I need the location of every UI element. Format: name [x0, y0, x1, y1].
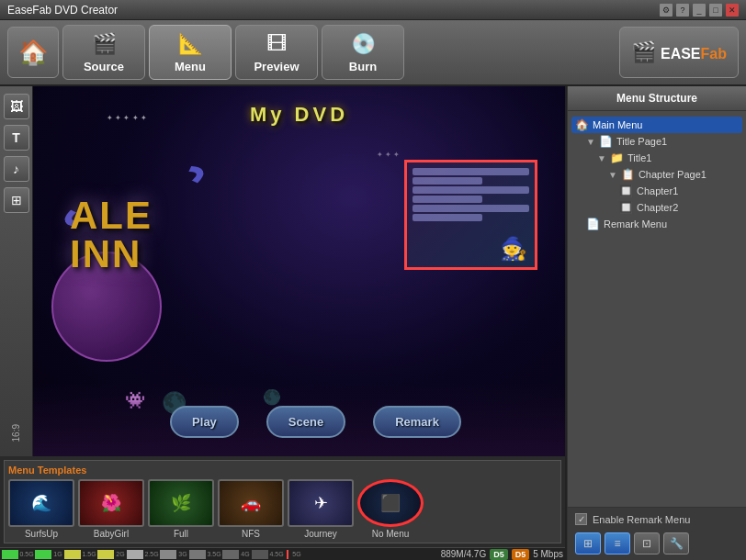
- enable-remark-row: ✓ Enable Remark Menu: [575, 513, 739, 525]
- seg-3g: [160, 550, 176, 559]
- template-surfsup[interactable]: 🌊 SurfsUp: [8, 479, 74, 539]
- remark-button[interactable]: Remark: [373, 406, 461, 438]
- burn-label: Burn: [349, 60, 377, 73]
- close-button[interactable]: ✕: [726, 4, 739, 17]
- movie-logo-text: ALEINN: [70, 196, 153, 274]
- seg-label-4g: 4G: [239, 550, 252, 559]
- template-thumb-babygirl: 🌺: [78, 479, 144, 527]
- progress-segments: 0.5G 1G 1.5G 2G 2.5G 3G 3.5G 4G 4.5G 5G: [2, 550, 441, 559]
- preview-label: Preview: [254, 60, 299, 73]
- surfsup-icon: 🌊: [31, 493, 51, 513]
- preview-button[interactable]: 🎞 Preview: [235, 25, 318, 80]
- maximize-button[interactable]: □: [709, 4, 722, 17]
- seg-0-5g: [2, 550, 18, 559]
- thumb-line6: [413, 214, 482, 221]
- chapter-page1-icon: 📋: [621, 168, 635, 181]
- thumb-line5: [413, 205, 529, 212]
- template-thumb-full: 🌿: [148, 479, 214, 527]
- template-label-babygirl: BabyGirl: [94, 529, 129, 539]
- journey-icon: ✈: [314, 493, 328, 513]
- chapter2-icon: 🔲: [619, 201, 633, 214]
- progress-indicator: [287, 550, 288, 559]
- toolbar: 🏠 🎬 Source 📐 Menu 🎞 Preview 💿 Burn 🎬 EAS…: [0, 20, 746, 86]
- template-label-nfs: NFS: [242, 529, 260, 539]
- template-label-surfsup: SurfsUp: [25, 529, 58, 539]
- seg-label-5g: 5G: [290, 550, 303, 559]
- main-area: 🖼 T ♪ ⊞ 16:9 My DVD ✦ ✦ ✦ ✦ ✦ ✦ ✦ ✦ ALEI…: [0, 86, 746, 560]
- templates-header: Menu Templates: [8, 465, 557, 476]
- seg-label-3-5g: 3.5G: [206, 550, 222, 559]
- planet-scene: My DVD ✦ ✦ ✦ ✦ ✦ ✦ ✦ ✦ ALEINN 👾 🌑 🌑: [33, 86, 565, 456]
- seg-2g: [97, 550, 114, 559]
- thumb-figure: 🧙: [500, 236, 527, 262]
- menu-structure-header: Menu Structure: [568, 86, 746, 111]
- seg-label-0-5g: 0.5G: [18, 550, 35, 559]
- tree-item-chapter-page1[interactable]: ▼ 📋 Chapter Page1: [571, 166, 742, 183]
- tree-item-chapter1[interactable]: 🔲 Chapter1: [571, 183, 742, 199]
- title-bar: EaseFab DVD Creator ⚙ ? _ □ ✕: [0, 0, 746, 20]
- chapter2-label: Chapter2: [637, 202, 739, 213]
- tree-item-remark-menu[interactable]: 📄 Remark Menu: [571, 216, 742, 232]
- settings-tool-button[interactable]: 🔧: [663, 532, 689, 554]
- menu-label: Menu: [175, 60, 206, 73]
- add-button[interactable]: ⊡: [634, 532, 660, 554]
- tree-item-title-page1[interactable]: ▼ 📄 Title Page1: [571, 133, 742, 150]
- progress-right: 889M/4.7G D5 D5 5 Mbps: [441, 549, 563, 560]
- title1-label: Title1: [627, 152, 739, 163]
- template-nomenu[interactable]: ⬛ No Menu: [357, 479, 424, 539]
- tree-item-main-menu[interactable]: 🏠 Main Menu: [571, 117, 742, 133]
- home-button[interactable]: 🏠: [7, 27, 59, 78]
- list-button[interactable]: ≡: [605, 532, 630, 554]
- image-icon[interactable]: 🖼: [4, 94, 29, 119]
- template-nfs[interactable]: 🚗 NFS: [218, 479, 284, 539]
- toggle-title1: ▼: [597, 153, 606, 163]
- title-page1-icon: 📄: [599, 135, 613, 148]
- title-bar-controls: ⚙ ? _ □ ✕: [660, 4, 739, 17]
- progress-bar: 0.5G 1G 1.5G 2G 2.5G 3G 3.5G 4G 4.5G 5G: [0, 547, 565, 560]
- title1-icon: 📁: [610, 151, 624, 164]
- template-label-nomenu: No Menu: [372, 529, 410, 539]
- right-tools-row: ⊞ ≡ ⊡ 🔧: [575, 532, 739, 554]
- seg-label-2-5g: 2.5G: [143, 550, 160, 559]
- minimize-button[interactable]: _: [693, 4, 706, 17]
- logo-ease: 🎬: [631, 40, 656, 63]
- burn-icon: 💿: [351, 32, 376, 56]
- stars: ✦ ✦ ✦ ✦ ✦: [107, 114, 147, 122]
- preview-thumbnail[interactable]: 🧙: [404, 160, 537, 270]
- tree-item-chapter2[interactable]: 🔲 Chapter2: [571, 199, 742, 216]
- logo: 🎬 EASEFab: [619, 27, 739, 78]
- seg-3-5g: [189, 550, 206, 559]
- nomenu-icon: ⬛: [380, 493, 401, 513]
- chapter1-label: Chapter1: [637, 185, 739, 196]
- thumb-line3: [413, 186, 529, 194]
- text-icon[interactable]: T: [4, 125, 29, 151]
- scene-button[interactable]: Scene: [266, 406, 345, 438]
- template-thumb-nfs: 🚗: [218, 479, 284, 527]
- chapter1-icon: 🔲: [619, 185, 633, 197]
- source-button[interactable]: 🎬 Source: [62, 25, 145, 80]
- menu-button[interactable]: 📐 Menu: [149, 25, 232, 80]
- dvd-preview: 🖼 T ♪ ⊞ 16:9 My DVD ✦ ✦ ✦ ✦ ✦ ✦ ✦ ✦ ALEI…: [0, 86, 565, 456]
- music-icon[interactable]: ♪: [4, 156, 29, 182]
- tree-item-title1[interactable]: ▼ 📁 Title1: [571, 150, 742, 166]
- burn-button[interactable]: 💿 Burn: [322, 25, 404, 80]
- play-button[interactable]: Play: [170, 406, 239, 438]
- template-babygirl[interactable]: 🌺 BabyGirl: [78, 479, 144, 539]
- template-journey[interactable]: ✈ Journey: [288, 479, 354, 539]
- logo-ease-text: EASE: [661, 46, 701, 62]
- grid-icon[interactable]: ⊞: [4, 187, 29, 213]
- template-thumb-journey: ✈: [288, 479, 354, 527]
- help-button[interactable]: ?: [676, 4, 689, 17]
- template-full[interactable]: 🌿 Full: [148, 479, 214, 539]
- list-grid-button[interactable]: ⊞: [575, 532, 601, 554]
- source-label: Source: [84, 60, 124, 73]
- badge-d5-2: D5: [512, 549, 530, 560]
- seg-4-5g: [252, 550, 268, 559]
- stars2: ✦ ✦ ✦: [377, 151, 400, 159]
- source-icon: 🎬: [92, 32, 117, 56]
- remark-menu-icon: 📄: [586, 218, 600, 230]
- settings-button[interactable]: ⚙: [660, 4, 673, 17]
- badge-d5-1: D5: [490, 549, 508, 560]
- thumb-content: 🧙: [407, 162, 535, 267]
- enable-remark-checkbox[interactable]: ✓: [575, 513, 587, 525]
